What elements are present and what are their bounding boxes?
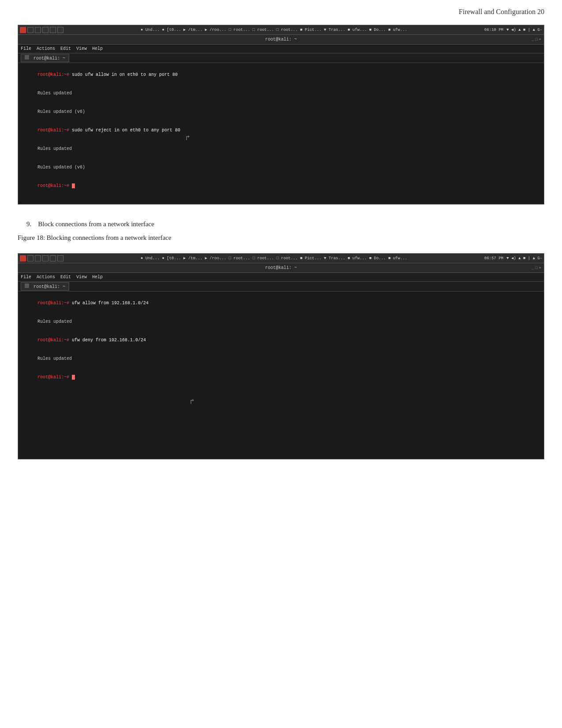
- cmd-t2-2: ufw deny from 192.168.1.0/24: [72, 338, 146, 343]
- terminal-title-text-1: root@kali: ~: [265, 37, 297, 42]
- output-2: Rules updated (v6): [37, 109, 85, 114]
- taskbar-icon-browser-2: [35, 255, 41, 261]
- terminal-body-2: root@kali:~# ufw allow from 192.168.1.0/…: [18, 291, 544, 459]
- taskbar-time-1: 06:10 PM: [484, 28, 503, 32]
- menu-file-2[interactable]: File: [21, 275, 31, 280]
- terminal-line-t2-4: Rules updated: [22, 350, 540, 368]
- page-header: Firewall and Configuration 20: [0, 0, 562, 20]
- terminal-tab-bar-1: root@kali: ~: [18, 53, 544, 63]
- output-1: Rules updated: [37, 91, 72, 96]
- taskbar-time-2: 06:57 PM: [484, 256, 503, 261]
- prompt-1: root@kali:~#: [37, 72, 72, 77]
- terminal-line-7: root@kali:~#: [22, 177, 540, 195]
- menu-view-2[interactable]: View: [76, 275, 87, 280]
- taskbar-1: ● Und... ● [t0... ▶ /tm... ▶ /roo... □ r…: [18, 25, 544, 35]
- taskbar-middle-2: ● Und... ● [t0... ▶ /tm... ▶ /roo... □ r…: [141, 256, 407, 261]
- minimize-icon[interactable]: _: [532, 37, 534, 42]
- menu-help-2[interactable]: Help: [92, 275, 103, 280]
- terminal-line-6: Rules updated (v6): [22, 158, 540, 177]
- terminal-line-3: Rules updated (v6): [22, 103, 540, 121]
- prompt-3: root@kali:~#: [37, 183, 72, 188]
- tab-label-1: root@kali: ~: [33, 56, 65, 61]
- terminal-line-2: Rules updated: [22, 84, 540, 103]
- maximize-icon-2[interactable]: □: [535, 266, 537, 270]
- terminal-line-5: Rules updated: [22, 140, 540, 158]
- taskbar-icon-terminal-2: [42, 255, 48, 261]
- terminal-window-1: ● Und... ● [t0... ▶ /tm... ▶ /roo... □ r…: [18, 25, 544, 205]
- terminal-tab-2[interactable]: root@kali: ~: [21, 282, 69, 291]
- mouse-cursor-2: ↱: [190, 397, 194, 406]
- menu-actions-2[interactable]: Actions: [37, 275, 55, 280]
- terminal-line-t2-1: root@kali:~# ufw allow from 192.168.1.0/…: [22, 294, 540, 313]
- terminal-tab-bar-2: root@kali: ~: [18, 282, 544, 291]
- cmd-2: sudo ufw reject in on eth0 to any port 8…: [72, 128, 180, 133]
- taskbar-icons-right: ▼ ◀) ▲ ■ | ▲ G-: [506, 27, 542, 32]
- taskbar-2: ● Und... ● [t0... ▶ /tm... ▶ /roo... □ r…: [18, 254, 544, 263]
- terminal-line-t2-5: root@kali:~#: [22, 368, 540, 387]
- terminal-titlebar-2: root@kali: ~ _ □ ×: [18, 263, 544, 273]
- taskbar-icons-right-2: ▼ ◀) ▲ ■ | ▲ G-: [506, 256, 542, 261]
- minimize-icon-2[interactable]: _: [532, 266, 534, 270]
- mouse-cursor-1: ↱: [186, 134, 190, 142]
- output-t2-1: Rules updated: [37, 319, 72, 324]
- terminal-line-1: root@kali:~# sudo ufw allow in on eth0 t…: [22, 66, 540, 84]
- prompt-t2-2: root@kali:~#: [37, 338, 72, 343]
- taskbar-icon-extra: [57, 27, 63, 33]
- terminal-line-4: root@kali:~# sudo ufw reject in on eth0 …: [22, 121, 540, 140]
- terminal-controls-2: _ □ ×: [532, 266, 541, 270]
- terminal-title-text-2: root@kali: ~: [265, 265, 297, 270]
- terminal-menubar-1: File Actions Edit View Help: [18, 45, 544, 53]
- taskbar-icon-terminal: [42, 27, 48, 33]
- cmd-1: sudo ufw allow in on eth0 to any port 80: [72, 72, 178, 77]
- cmd-t2-1: ufw allow from 192.168.1.0/24: [72, 301, 149, 306]
- taskbar-icon-extra-2: [57, 255, 63, 261]
- page-title: Firewall and Configuration 20: [459, 8, 544, 16]
- taskbar-icon-kali-2: [20, 255, 26, 261]
- prompt-2: root@kali:~#: [37, 128, 72, 133]
- taskbar-icon-app: [50, 27, 56, 33]
- output-t2-2: Rules updated: [37, 356, 72, 361]
- output-3: Rules updated: [37, 146, 72, 151]
- terminal-body-1: root@kali:~# sudo ufw allow in on eth0 t…: [18, 63, 544, 204]
- figure-18-caption: Figure 18: Blocking connections from a n…: [0, 231, 562, 249]
- section-9: 9. Block connections from a network inte…: [0, 213, 562, 231]
- terminal-line-t2-2: Rules updated: [22, 313, 540, 331]
- close-icon[interactable]: ×: [539, 37, 541, 42]
- taskbar-icon-files: [27, 27, 33, 33]
- cursor-1: [72, 183, 75, 188]
- section-9-text: Block connections from a network interfa…: [38, 220, 154, 228]
- close-icon-2[interactable]: ×: [539, 266, 541, 270]
- menu-view-1[interactable]: View: [76, 46, 87, 51]
- taskbar-icon-files-2: [27, 255, 33, 261]
- tab-icon-2: [25, 284, 29, 288]
- menu-file-1[interactable]: File: [21, 46, 31, 51]
- taskbar-icon-app-2: [50, 255, 56, 261]
- terminal-tab-1[interactable]: root@kali: ~: [21, 54, 69, 62]
- taskbar-icon-kali: [20, 27, 26, 33]
- menu-actions-1[interactable]: Actions: [37, 46, 55, 51]
- prompt-t2-1: root@kali:~#: [37, 301, 72, 306]
- output-4: Rules updated (v6): [37, 165, 85, 170]
- taskbar-middle-1: ● Und... ● [t0... ▶ /tm... ▶ /roo... □ r…: [141, 27, 407, 32]
- tab-label-2: root@kali: ~: [33, 284, 65, 289]
- menu-edit-1[interactable]: Edit: [60, 46, 71, 51]
- tab-icon-1: [25, 55, 29, 60]
- taskbar-icon-browser: [35, 27, 41, 33]
- terminal-window-2: ● Und... ● [t0... ▶ /tm... ▶ /roo... □ r…: [18, 253, 544, 459]
- prompt-t2-3: root@kali:~#: [37, 375, 72, 380]
- maximize-icon[interactable]: □: [535, 37, 537, 42]
- figure-18-label: Figure 18: Blocking connections from a n…: [18, 234, 171, 241]
- terminal-controls-1: _ □ ×: [532, 37, 541, 42]
- section-9-number: 9.: [26, 220, 31, 228]
- cursor-2: [72, 375, 75, 380]
- terminal-menubar-2: File Actions Edit View Help: [18, 273, 544, 282]
- terminal-line-t2-3: root@kali:~# ufw deny from 192.168.1.0/2…: [22, 331, 540, 350]
- menu-edit-2[interactable]: Edit: [60, 275, 71, 280]
- menu-help-1[interactable]: Help: [92, 46, 103, 51]
- terminal-titlebar-1: root@kali: ~ _ □ ×: [18, 35, 544, 45]
